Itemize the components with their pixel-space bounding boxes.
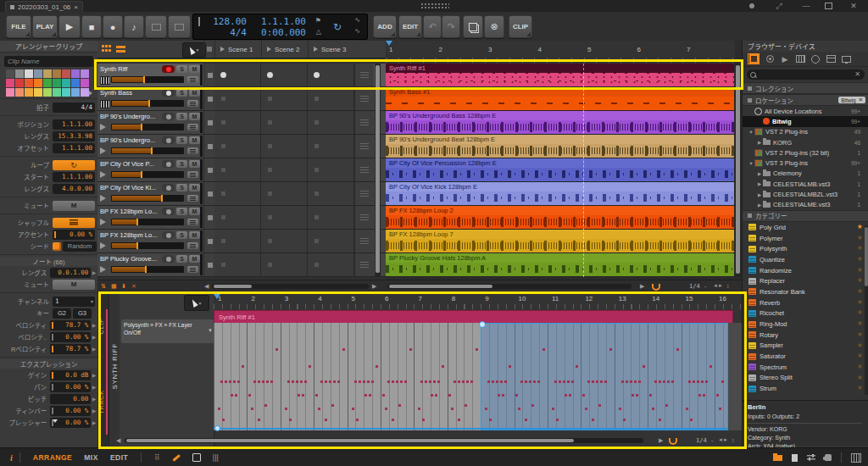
expander-icon[interactable]: ▼ — [748, 130, 754, 135]
track-row[interactable]: BP 90's Undergro...SM — [97, 111, 386, 135]
slot-stop-square[interactable] — [268, 97, 272, 101]
slot-stop-square[interactable] — [221, 215, 225, 219]
slot-play-dot[interactable] — [220, 72, 226, 78]
note-dot[interactable] — [302, 394, 304, 397]
record-arm-button[interactable] — [162, 136, 175, 144]
expander-icon[interactable]: ▼ — [748, 161, 754, 166]
inspector-page-icon[interactable] — [792, 454, 798, 462]
note-dot[interactable] — [253, 380, 256, 383]
mute-button[interactable]: M — [53, 201, 95, 211]
return-arrangement-icon[interactable]: ⬇ — [121, 283, 126, 290]
location-item[interactable]: ▶CELESTIALMBZL.vst31 — [743, 189, 868, 199]
note-dot[interactable] — [266, 380, 269, 383]
note-dot[interactable] — [556, 419, 559, 421]
note-dot[interactable] — [387, 380, 390, 383]
clip-name-input[interactable]: Clip Name — [4, 56, 93, 67]
record-arm-button[interactable] — [162, 89, 175, 97]
volume-slider[interactable] — [111, 219, 184, 225]
track-row[interactable]: BP FX 128bpm Lo...SM — [97, 230, 386, 253]
note-dot[interactable] — [716, 394, 719, 397]
duplicate-button[interactable] — [463, 15, 483, 38]
note-dot[interactable] — [442, 365, 444, 368]
palette-more-icon[interactable] — [89, 91, 92, 96]
category-item[interactable]: Strum★ — [743, 383, 868, 394]
track-alt-column[interactable] — [354, 158, 374, 181]
solo-button[interactable]: S — [176, 65, 187, 73]
category-item[interactable]: Resonator Bank★ — [743, 286, 868, 297]
slot-play-dot[interactable] — [267, 72, 273, 78]
time-value[interactable]: 0:00.000 — [255, 27, 306, 38]
play-menu-button[interactable]: PLAY — [32, 15, 58, 38]
clip-slot[interactable] — [214, 135, 261, 158]
color-swatch[interactable] — [71, 69, 80, 78]
note-dot[interactable] — [325, 380, 327, 383]
color-swatch[interactable] — [71, 88, 80, 97]
value-field[interactable]: 78.7 % — [50, 320, 91, 330]
note-dot[interactable] — [409, 348, 412, 351]
note-dot[interactable] — [400, 380, 403, 383]
note-dot[interactable] — [392, 380, 394, 383]
favorite-star-icon[interactable]: ★ — [857, 223, 863, 230]
note-dot[interactable] — [632, 394, 634, 397]
note-dot[interactable] — [333, 380, 336, 383]
editor-hscrollbar[interactable] — [125, 438, 643, 443]
slot-stop-square[interactable] — [221, 191, 225, 196]
browser-toggle-icon[interactable] — [773, 455, 782, 461]
note-dot[interactable] — [609, 348, 612, 351]
mute-button[interactable]: M — [189, 65, 200, 73]
view-arrange[interactable]: ARRANGE — [33, 453, 72, 462]
slot-stop-square[interactable] — [268, 144, 272, 148]
note-dot[interactable] — [663, 380, 665, 383]
automation-follow-icon[interactable]: ∿ — [354, 16, 360, 24]
track-menu-button[interactable] — [187, 100, 198, 107]
track-alt-column[interactable] — [354, 87, 374, 110]
slot-stop-square[interactable] — [221, 263, 225, 267]
slot-stop-square[interactable] — [314, 144, 319, 148]
note-dot[interactable] — [626, 380, 628, 383]
note-dot[interactable] — [433, 380, 436, 383]
note-dot[interactable] — [237, 380, 240, 383]
edit-menu-button[interactable]: EDIT — [398, 15, 422, 38]
color-swatch[interactable] — [62, 88, 70, 97]
scene-play-icon[interactable] — [314, 47, 318, 52]
color-swatch[interactable] — [71, 79, 80, 87]
scene-header[interactable]: Scene 3 — [308, 41, 360, 58]
note-dot[interactable] — [476, 348, 478, 351]
presets-tab-icon[interactable] — [765, 54, 775, 64]
note-dot[interactable] — [592, 419, 594, 421]
category-item[interactable]: Rotary★ — [743, 330, 868, 341]
follow-icon[interactable]: ⇅ — [101, 283, 106, 290]
value-field[interactable]: 78.7 % — [50, 344, 91, 354]
favorite-star-icon[interactable]: ★ — [857, 319, 863, 327]
note-dot[interactable] — [492, 380, 494, 383]
note-dot[interactable] — [634, 380, 637, 383]
solo-button[interactable]: S — [176, 89, 187, 97]
note-dot[interactable] — [652, 408, 654, 410]
volume-slider[interactable] — [111, 171, 184, 178]
track-row[interactable]: BP Plucky Groove...SM — [97, 253, 386, 277]
note-dot[interactable] — [592, 380, 594, 383]
category-item[interactable]: Poly Grid★ — [743, 222, 868, 233]
volume-slider[interactable] — [111, 76, 184, 83]
color-swatch[interactable] — [43, 69, 52, 78]
note-dot[interactable] — [485, 408, 487, 410]
note-dot[interactable] — [525, 380, 527, 383]
arranger-track-lane[interactable]: BP City Of Vice Kick 128bpm E — [386, 182, 734, 206]
note-dot[interactable] — [315, 394, 318, 397]
arranger-clip[interactable]: BP 90's Underground Beat 128bpm E — [386, 135, 734, 158]
favorite-star-icon[interactable]: ★ — [857, 276, 863, 284]
arranger-clip[interactable]: BP Plucky Groove Hats 128bpm A — [386, 253, 734, 276]
slot-stop-square[interactable] — [314, 120, 319, 125]
note-dot[interactable] — [533, 380, 536, 383]
slot-stop-square[interactable] — [314, 168, 319, 172]
location-item[interactable]: Bitwig99+ — [743, 116, 868, 126]
favorite-star-icon[interactable]: ★ — [857, 298, 863, 306]
clip-slot[interactable] — [261, 206, 308, 229]
clip-slot[interactable] — [261, 158, 308, 181]
slot-stop-square[interactable] — [268, 191, 272, 196]
arranger-vertical-scrollbar[interactable] — [735, 64, 741, 277]
note-dot[interactable] — [721, 380, 724, 383]
color-swatch[interactable] — [6, 69, 14, 78]
note-dot[interactable] — [258, 419, 260, 421]
track-alt-column[interactable] — [354, 111, 374, 134]
